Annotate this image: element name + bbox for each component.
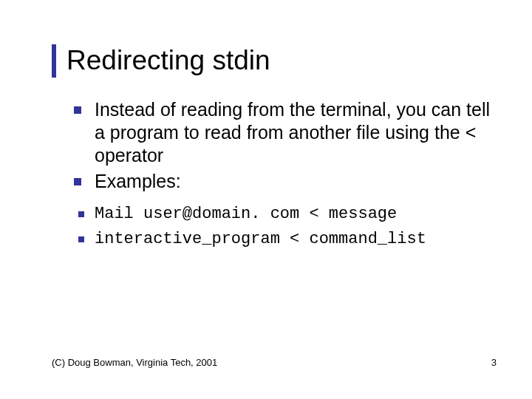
bullet-item: Instead of reading from the terminal, yo…: [74, 98, 502, 168]
footer-page-number: 3: [491, 357, 497, 368]
bullet-item: Examples:: [74, 170, 502, 193]
bullet-item-code: interactive_program < command_list: [78, 229, 502, 250]
title-wrap: Redirecting stdin: [52, 44, 502, 78]
slide-title: Redirecting stdin: [66, 44, 270, 78]
slide: Redirecting stdin Instead of reading fro…: [0, 0, 532, 399]
bullet-list-level2: Mail user@domain. com < message interact…: [78, 204, 502, 250]
bullet-item-code: Mail user@domain. com < message: [78, 204, 502, 225]
bullet-list-level1: Instead of reading from the terminal, yo…: [74, 98, 502, 194]
title-accent-bar: [52, 44, 56, 78]
footer-copyright: (C) Doug Bowman, Virginia Tech, 2001: [52, 357, 217, 368]
